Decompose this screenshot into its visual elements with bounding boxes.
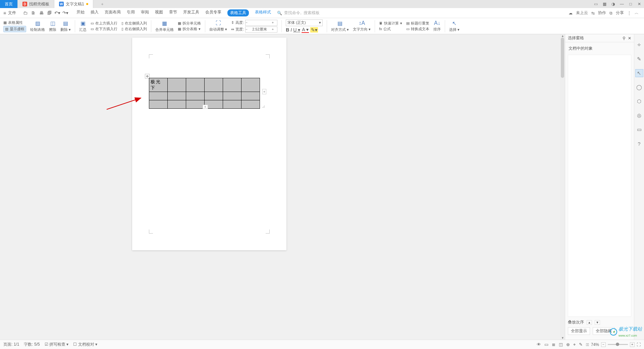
menu-layout[interactable]: 页面布局 xyxy=(105,9,121,16)
save-icon[interactable]: 🗀 xyxy=(22,10,28,16)
style-tool-icon[interactable]: ✧ xyxy=(635,41,643,49)
print-icon[interactable]: 🖶 xyxy=(38,10,44,16)
scroll-thumb[interactable] xyxy=(561,38,564,78)
help-tool-icon[interactable]: ? xyxy=(635,140,643,148)
collab-icon[interactable]: ⇆ xyxy=(591,11,595,15)
insert-below-button[interactable]: 在下方插入行 xyxy=(95,27,117,32)
summary-button[interactable]: 汇总 xyxy=(79,27,87,32)
spellcheck-toggle[interactable]: ☑ 拼写检查 ▾ xyxy=(45,342,69,347)
underline-button[interactable]: U ▾ xyxy=(293,27,300,33)
print-preview-icon[interactable]: 🗎 xyxy=(30,10,36,16)
scroll-up-icon[interactable]: ▲ xyxy=(561,34,564,38)
scroll-down-icon[interactable]: ▼ xyxy=(561,336,564,340)
collapse-ribbon-icon[interactable]: ︿ xyxy=(635,10,639,16)
page-canvas[interactable]: ✥ 极光下 + + ◿ xyxy=(132,38,286,250)
menu-reference[interactable]: 引用 xyxy=(127,9,135,16)
menu-review[interactable]: 审阅 xyxy=(141,9,149,16)
merge-cells-button[interactable]: 合并单元格 xyxy=(155,27,174,32)
fast-calc-button[interactable]: 快速计算 ▾ xyxy=(384,21,402,26)
more-menu-icon[interactable]: ⋮ xyxy=(627,11,631,15)
view-read-icon[interactable]: ◫ xyxy=(559,342,563,347)
menu-table-tool[interactable]: 表格工具 xyxy=(227,9,249,16)
share-icon[interactable]: ⧉ xyxy=(609,11,612,15)
insert-right-button[interactable]: 在右侧插入列 xyxy=(125,27,147,32)
menu-table-style[interactable]: 表格样式 xyxy=(255,9,271,16)
apps-icon[interactable]: ▦ xyxy=(602,1,607,7)
align-button[interactable]: 对齐方式 ▾ xyxy=(331,27,349,32)
objects-list[interactable] xyxy=(568,55,631,317)
tab-home[interactable]: 首页 xyxy=(0,0,18,8)
height-spinner[interactable]: −+ xyxy=(245,20,277,26)
menu-insert[interactable]: 插入 xyxy=(91,9,99,16)
split-table-button[interactable]: 拆分表格 ▾ xyxy=(182,27,201,32)
bring-forward-button[interactable]: ▲ xyxy=(587,320,592,325)
undo-icon[interactable]: ↶▾ xyxy=(54,10,60,16)
link-tool-icon[interactable]: ⬡ xyxy=(635,97,643,105)
view-focus-icon[interactable]: ⌖ xyxy=(573,342,576,347)
file-menu[interactable]: 文件 xyxy=(8,10,16,16)
table-props-button[interactable]: 表格属性 xyxy=(8,20,23,25)
read-tool-icon[interactable]: ▭ xyxy=(635,126,643,134)
redo-icon[interactable]: ↷▾ xyxy=(62,10,68,16)
shape-tool-icon[interactable]: ◯ xyxy=(635,83,643,91)
menu-member[interactable]: 会员专享 xyxy=(205,9,221,16)
word-count[interactable]: 字数: 5/5 xyxy=(24,342,40,347)
erase-button[interactable]: 擦除 xyxy=(49,27,56,32)
select-tool-icon[interactable]: ↖ xyxy=(635,69,643,77)
autofit-button[interactable]: 自动调整 ▾ xyxy=(209,27,227,32)
insert-left-button[interactable]: 在左侧插入列 xyxy=(125,21,147,26)
insert-above-button[interactable]: 在上方插入行 xyxy=(95,21,117,26)
maximize-button[interactable]: □ xyxy=(628,1,633,7)
view-eye-icon[interactable]: 👁 xyxy=(537,342,541,347)
view-outline-icon[interactable]: ≣ xyxy=(552,342,555,347)
tab-document[interactable]: W 文字文稿1 xyxy=(54,0,93,8)
fullscreen-icon[interactable]: ⛶ xyxy=(637,342,641,347)
draw-table-button[interactable]: 绘制表格 xyxy=(30,27,45,32)
to-text-button[interactable]: 转换成文本 xyxy=(411,27,429,32)
formula-button[interactable]: 公式 xyxy=(383,27,391,32)
export-icon[interactable]: 🗐 xyxy=(46,10,52,16)
send-backward-button[interactable]: ▼ xyxy=(595,320,600,325)
show-all-button[interactable]: 全部显示 xyxy=(568,327,590,335)
close-window-button[interactable]: ✕ xyxy=(637,1,642,7)
table-cell[interactable]: 极光下 xyxy=(149,78,168,92)
text-dir-button[interactable]: 文字方向 ▾ xyxy=(353,27,371,32)
menu-dev[interactable]: 开发工具 xyxy=(183,9,199,16)
bold-button[interactable]: B xyxy=(286,27,289,33)
document-table[interactable]: 极光下 xyxy=(149,78,260,109)
view-settings-icon[interactable]: ✎ xyxy=(579,342,583,347)
content-check-toggle[interactable]: ☐ 文档校对 ▾ xyxy=(73,342,97,347)
pin-icon[interactable]: ⚲ xyxy=(623,36,626,41)
highlight-button[interactable]: ✎▾ xyxy=(310,27,318,33)
select-button[interactable]: 选择 ▾ xyxy=(449,27,460,32)
minimize-button[interactable]: — xyxy=(619,1,625,7)
page-indicator[interactable]: 页面: 1/1 xyxy=(3,342,19,347)
view-web-icon[interactable]: ⊕ xyxy=(566,342,570,347)
show-border-button[interactable]: 显示虚框 xyxy=(10,27,24,32)
edit-tool-icon[interactable]: ✎ xyxy=(635,55,643,63)
zoom-out-button[interactable]: − xyxy=(601,342,606,347)
vertical-scrollbar[interactable]: ▲ ▼ xyxy=(560,34,565,340)
sort-button[interactable]: 排序 xyxy=(433,27,441,32)
user-icon[interactable]: ◑ xyxy=(610,1,616,7)
new-tab-button[interactable]: ＋ xyxy=(93,0,111,8)
repeat-hdr-button[interactable]: 标题行重复 xyxy=(411,21,429,26)
italic-button[interactable]: I xyxy=(290,27,292,33)
tab-template[interactable]: D 找稻壳模板 xyxy=(18,0,54,8)
view-page-icon[interactable]: ▭ xyxy=(544,342,548,347)
location-tool-icon[interactable]: ◎ xyxy=(635,111,643,119)
font-color-button[interactable]: A ▾ xyxy=(302,27,309,33)
cloud-icon[interactable]: ☁ xyxy=(569,11,573,15)
command-search[interactable]: 🔍 查找命令, 搜索模板 xyxy=(277,10,319,16)
hamburger-icon[interactable]: ≡ xyxy=(3,10,6,16)
font-select[interactable]: 宋体 (正文)▾ xyxy=(286,19,323,26)
zoom-in-button[interactable]: + xyxy=(630,342,635,347)
width-spinner[interactable]: −2.52厘米+ xyxy=(245,27,277,33)
layout-icon[interactable]: ▭ xyxy=(593,1,598,7)
menu-start[interactable]: 开始 xyxy=(76,9,85,16)
menu-view[interactable]: 视图 xyxy=(155,9,163,16)
zoom-control[interactable]: �⃞ 74% − + ⛶ xyxy=(586,342,641,347)
menu-section[interactable]: 章节 xyxy=(169,9,177,16)
add-column-button[interactable]: + xyxy=(262,89,266,94)
split-cells-button[interactable]: 拆分单元格 xyxy=(182,21,201,26)
